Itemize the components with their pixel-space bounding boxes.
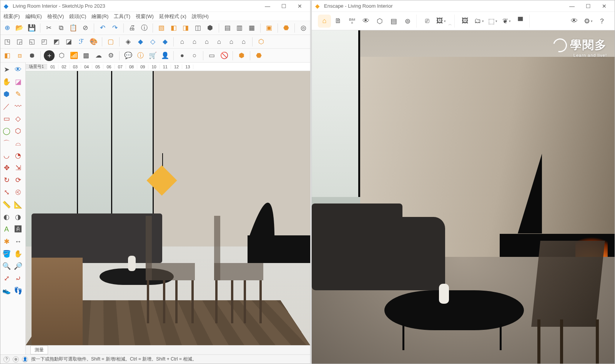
move-tool-icon[interactable]: ✥ (1, 162, 12, 173)
dim-tool-icon[interactable]: ↔ (13, 236, 23, 247)
scene-tab[interactable]: 08 (126, 65, 137, 69)
circle-icon[interactable]: ○ (189, 50, 200, 61)
section-cut-icon[interactable]: ▥ (234, 23, 245, 33)
info-icon[interactable]: ⓘ (135, 50, 146, 61)
walk-tool-icon[interactable]: 👣 (13, 285, 23, 296)
house-front-icon[interactable]: ⌂ (201, 36, 212, 47)
freehand-tool-icon[interactable]: 〰 (13, 101, 23, 112)
outer-shell-icon[interactable]: ⬢ (205, 23, 216, 33)
scene-tab[interactable]: 07 (115, 65, 126, 69)
scene-tab[interactable]: 04 (81, 65, 92, 69)
print-icon[interactable]: 🖨 (127, 23, 138, 33)
scene-tab[interactable]: 10 (148, 65, 160, 69)
vr-icon[interactable]: ▀ (514, 15, 527, 28)
hex-icon[interactable]: ⬡ (56, 50, 67, 61)
profile-circle-icon[interactable]: 👤 (22, 356, 28, 362)
solid-4-icon[interactable]: ◰ (39, 36, 50, 47)
cloud-icon[interactable]: ☁ (93, 50, 104, 61)
offset-tool-icon[interactable]: ◫ (193, 23, 203, 33)
cut-icon[interactable]: ✂ (43, 23, 54, 33)
text-tool-icon[interactable]: A (1, 224, 12, 235)
paint-bucket-icon[interactable]: ▧ (156, 23, 167, 33)
model-info-icon[interactable]: ⓘ (139, 23, 150, 33)
safe-icon[interactable]: ⬡ (373, 15, 386, 28)
offset-tool2-icon[interactable]: ⧀ (13, 187, 23, 198)
arc2-tool-icon[interactable]: ⌓ (13, 138, 23, 149)
add-dark-icon[interactable]: ＋ (44, 50, 55, 61)
undo-icon[interactable]: ↶ (97, 23, 108, 33)
visual-settings-icon[interactable]: 👁 (568, 15, 581, 28)
axes-tool-icon[interactable]: ✱ (1, 236, 12, 247)
house-iso-icon[interactable]: ⌂ (177, 36, 188, 47)
menu-camera[interactable]: 鏡頭(C) (68, 12, 88, 21)
push-pull-icon[interactable]: ◧ (168, 23, 179, 33)
rotated-rect-tool-icon[interactable]: ◇ (13, 113, 23, 124)
solid-3-icon[interactable]: ◱ (27, 36, 37, 47)
su-minimize-button[interactable]: — (259, 3, 276, 9)
tag-icon[interactable]: ▣ (264, 23, 274, 33)
pie-tool-icon[interactable]: ◔ (13, 150, 23, 161)
scene-tab[interactable]: 12 (171, 65, 182, 69)
circle-tool-icon[interactable]: ◯ (1, 126, 12, 136)
script-icon[interactable]: ℱ (76, 36, 86, 47)
redo-icon[interactable]: ↷ (110, 23, 120, 33)
sample-tool-icon[interactable]: ✋ (13, 248, 23, 259)
layer-settings-icon[interactable]: 🗂▾ (472, 15, 485, 28)
bim-icon[interactable]: BIM≡ (346, 15, 359, 28)
hand-tool-icon[interactable]: ✋ (1, 76, 12, 87)
front-view-icon[interactable]: ◆ (135, 36, 146, 47)
rotate-tool-icon[interactable]: ↻ (1, 175, 12, 185)
scale-tool-icon[interactable]: ⤡ (1, 187, 12, 198)
cart-icon[interactable]: 🛒 (147, 50, 158, 61)
solid-1-icon[interactable]: ◳ (2, 36, 13, 47)
vegetation-icon[interactable]: ❦▾ (500, 15, 513, 28)
menu-help[interactable]: 說明(H) (190, 12, 210, 21)
scene-tab[interactable]: 09 (137, 65, 148, 69)
layer-icon[interactable]: ◧ (2, 50, 13, 61)
scene-tab[interactable]: 01 (47, 65, 58, 69)
en-maximize-button[interactable]: ☐ (580, 3, 596, 9)
left-view-icon[interactable]: ◆ (160, 36, 170, 47)
delete-icon[interactable]: ⊘ (80, 23, 91, 33)
new-file-icon[interactable]: ⊕ (2, 23, 13, 33)
screenshot-icon[interactable]: ⎚ (421, 15, 434, 28)
su-close-button[interactable]: ✕ (292, 3, 308, 9)
plugin-a-icon[interactable]: ◎ (298, 23, 309, 33)
text-label-tool-icon[interactable]: 🅰 (13, 224, 23, 235)
back-view-icon[interactable]: ◇ (147, 36, 158, 47)
menu-view[interactable]: 檢視(V) (46, 12, 65, 21)
move-copy-tool-icon[interactable]: ⇲ (13, 162, 23, 173)
section-plane-icon[interactable]: ▤ (222, 23, 233, 33)
gear-icon[interactable]: ⚙ (105, 50, 116, 61)
user-icon[interactable]: 👤 (160, 50, 170, 61)
open-file-icon[interactable]: 📂 (14, 23, 25, 33)
menu-file[interactable]: 檔案(F) (2, 12, 22, 21)
en-minimize-button[interactable]: — (564, 3, 580, 9)
video-path-icon[interactable]: ⊚ (401, 15, 414, 28)
orbit-tool-icon[interactable]: 👁 (13, 64, 23, 75)
eye-off-icon[interactable]: 🚫 (219, 50, 229, 61)
zoom-window-tool-icon[interactable]: 🔎 (13, 261, 23, 271)
solid-7-icon[interactable]: ▢ (105, 36, 116, 47)
scene-tab[interactable]: 03 (70, 65, 81, 69)
scene-tab[interactable]: 06 (103, 65, 115, 69)
protractor2-tool-icon[interactable]: ◑ (13, 212, 23, 222)
shield-icon[interactable]: ⬡ (256, 36, 266, 47)
chat-icon[interactable]: 💬 (123, 50, 133, 61)
solid-5-icon[interactable]: ◩ (51, 36, 62, 47)
component-tool-icon[interactable]: ⬢ (1, 89, 12, 99)
rec-icon[interactable]: ⏺ (27, 50, 37, 61)
dot-icon[interactable]: ● (177, 50, 188, 61)
pan-tool-icon[interactable]: 👟 (1, 285, 12, 296)
zoom-extents-tool-icon[interactable]: ⤢ (1, 273, 12, 284)
arc-tool-icon[interactable]: ⌒ (1, 138, 12, 149)
paste-icon[interactable]: 📋 (68, 23, 79, 33)
previous-view-tool-icon[interactable]: ⤾ (13, 273, 23, 284)
page-icon[interactable]: 🗎 (332, 15, 345, 28)
eraser-tool-icon[interactable]: ◪ (13, 76, 23, 87)
paint-tool-icon[interactable]: 🪣 (1, 248, 12, 259)
palette-icon[interactable]: 🎨 (88, 36, 99, 47)
gold-2-icon[interactable]: ⬣ (253, 50, 264, 61)
menu-extensions[interactable]: 延伸程式 (x) (158, 12, 188, 21)
house-back-icon[interactable]: ⌂ (226, 36, 237, 47)
